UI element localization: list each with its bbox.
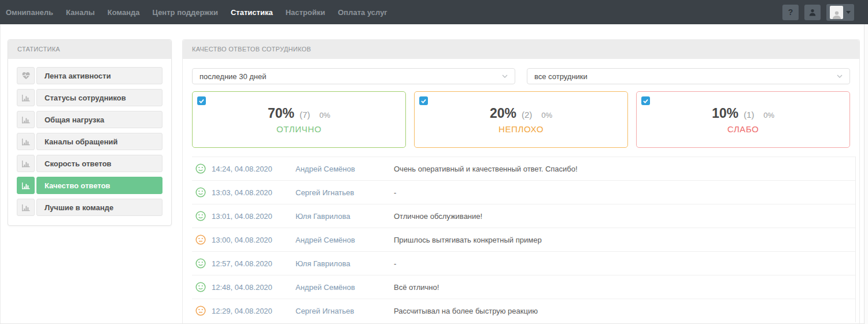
- feedback-comment: Пришлось вытягивать конкретный пример: [394, 236, 542, 244]
- stat-checkbox[interactable]: [197, 96, 206, 105]
- stat-label: ОТЛИЧНО: [276, 124, 322, 134]
- page-title: КАЧЕСТВО ОТВЕТОВ СОТРУДНИКОВ: [183, 40, 859, 59]
- window-left-edge: [0, 24, 1, 324]
- feedback-list: 14:24, 04.08.2020 Андрей Семёнов Очень о…: [192, 157, 856, 322]
- sidebar-item-label: Лента активности: [36, 67, 162, 84]
- avatar: [830, 6, 843, 19]
- bar-chart-icon: [17, 89, 35, 106]
- stat-values: 10% (1) 0%: [712, 106, 774, 121]
- stat-checkbox[interactable]: [419, 96, 428, 105]
- stat-card-weak: 10% (1) 0% СЛАБО: [636, 91, 850, 148]
- sidebar-item-label: Каналы обращений: [36, 133, 162, 150]
- sidebar-item-activity-feed[interactable]: Лента активности: [17, 67, 162, 84]
- stat-label: СЛАБО: [727, 124, 759, 134]
- feedback-employee-link[interactable]: Юля Гаврилова: [296, 212, 394, 221]
- feedback-row: 12:29, 04.08.2020 Сергей Игнатьев Рассчи…: [192, 299, 855, 322]
- profile-button[interactable]: [804, 5, 821, 20]
- filters-row: последние 30 дней все сотрудники: [192, 68, 850, 84]
- smiley-neutral-icon: [195, 234, 206, 245]
- feedback-row: 12:57, 04.08.2020 Юля Гаврилова -: [192, 251, 855, 275]
- employees-select-value: все сотрудники: [534, 72, 588, 81]
- help-button[interactable]: ?: [782, 5, 799, 20]
- bar-chart-icon: [17, 111, 35, 128]
- bar-chart-icon: [17, 133, 35, 150]
- stat-checkbox[interactable]: [641, 96, 650, 105]
- bar-chart-icon: [17, 155, 35, 172]
- stat-values: 70% (7) 0%: [268, 106, 330, 121]
- feedback-time: 12:48, 04.08.2020: [212, 283, 296, 292]
- sidebar-item-label: Лучшие в команде: [36, 199, 162, 216]
- nav-item-statistics[interactable]: Статистика: [231, 8, 273, 17]
- nav-actions: ?: [782, 4, 860, 21]
- sidebar-title: СТАТИСТИКА: [8, 40, 171, 59]
- feedback-employee-link[interactable]: Сергей Игнатьев: [296, 188, 394, 197]
- feedback-time: 13:01, 04.08.2020: [212, 212, 296, 221]
- chevron-down-icon: [846, 11, 851, 14]
- feedback-comment: -: [394, 188, 396, 197]
- account-menu-button[interactable]: [826, 4, 854, 21]
- nav-item-payment[interactable]: Оплата услуг: [338, 8, 387, 17]
- stat-count: (2): [522, 110, 532, 120]
- smiley-good-icon: [195, 163, 206, 174]
- feedback-employee-link[interactable]: Сергей Игнатьев: [296, 307, 394, 315]
- sidebar-item-employee-statuses[interactable]: Статусы сотрудников: [17, 89, 162, 106]
- feedback-employee-link[interactable]: Андрей Семёнов: [296, 165, 394, 173]
- sidebar-item-response-speed[interactable]: Скорость ответов: [17, 155, 162, 172]
- stat-percent: 70%: [268, 106, 294, 121]
- person-icon: [809, 9, 816, 16]
- feedback-row: 13:00, 04.08.2020 Андрей Семёнов Пришлос…: [192, 228, 855, 251]
- chevron-down-icon: [502, 75, 508, 78]
- feedback-time: 12:29, 04.08.2020: [212, 307, 296, 315]
- smiley-good-icon: [195, 187, 206, 198]
- feedback-row: 14:24, 04.08.2020 Андрей Семёнов Очень о…: [192, 157, 855, 180]
- main-panel: КАЧЕСТВО ОТВЕТОВ СОТРУДНИКОВ последние 3…: [182, 39, 860, 324]
- feedback-comment: -: [394, 259, 396, 268]
- stat-percent: 20%: [490, 106, 516, 121]
- feedback-row: 12:48, 04.08.2020 Андрей Семёнов Всё отл…: [192, 275, 855, 299]
- stat-share: 0%: [319, 111, 330, 120]
- feedback-time: 13:00, 04.08.2020: [212, 236, 296, 244]
- feedback-comment: Всё отлично!: [394, 283, 439, 292]
- chevron-down-icon: [837, 75, 843, 78]
- nav-item-team[interactable]: Команда: [108, 8, 140, 17]
- sidebar-item-label: Общая нагрузка: [36, 111, 162, 128]
- stat-share: 0%: [541, 111, 552, 120]
- feedback-time: 13:03, 04.08.2020: [212, 188, 296, 197]
- stat-card-not-bad: 20% (2) 0% НЕПЛОХО: [414, 91, 628, 148]
- period-select[interactable]: последние 30 дней: [192, 68, 515, 84]
- employees-select[interactable]: все сотрудники: [527, 68, 850, 84]
- period-select-value: последние 30 дней: [200, 72, 267, 81]
- feedback-comment: Очень оперативный и качественный ответ. …: [394, 165, 578, 173]
- nav-item-support-center[interactable]: Центр поддержки: [152, 8, 218, 17]
- feedback-row: 13:03, 04.08.2020 Сергей Игнатьев -: [192, 180, 855, 204]
- sidebar-item-label: Скорость ответов: [36, 155, 162, 172]
- smiley-good-icon: [195, 258, 206, 269]
- nav-item-omnipanel[interactable]: Омнипанель: [6, 8, 53, 17]
- nav-item-channels[interactable]: Каналы: [66, 8, 95, 17]
- feedback-time: 14:24, 04.08.2020: [212, 165, 296, 173]
- sidebar-item-request-channels[interactable]: Каналы обращений: [17, 133, 162, 150]
- feedback-employee-link[interactable]: Андрей Семёнов: [296, 283, 394, 292]
- top-nav: Омнипанель Каналы Команда Центр поддержк…: [0, 0, 868, 24]
- sidebar-item-label: Статусы сотрудников: [36, 89, 162, 106]
- scrollbar-track[interactable]: [864, 24, 868, 324]
- sidebar-list: Лента активности Статусы сотрудников Общ…: [8, 59, 171, 225]
- feedback-comment: Отличное обслуживание!: [394, 212, 482, 221]
- sidebar-item-response-quality[interactable]: Качество ответов: [17, 177, 162, 194]
- sidebar-item-team-best[interactable]: Лучшие в команде: [17, 199, 162, 216]
- bar-chart-icon: [17, 177, 35, 194]
- stat-count: (7): [300, 110, 310, 120]
- heart-pulse-icon: [17, 67, 35, 84]
- nav-item-settings[interactable]: Настройки: [286, 8, 326, 17]
- main-content: последние 30 дней все сотрудники 70%: [183, 59, 859, 322]
- nav-menu: Омнипанель Каналы Команда Центр поддержк…: [6, 8, 387, 17]
- feedback-employee-link[interactable]: Юля Гаврилова: [296, 259, 394, 268]
- sidebar-item-label: Качество ответов: [36, 177, 162, 194]
- stat-card-excellent: 70% (7) 0% ОТЛИЧНО: [192, 91, 406, 148]
- statistics-sidebar: СТАТИСТИКА Лента активности Статусы сотр…: [8, 39, 172, 226]
- sidebar-item-overall-load[interactable]: Общая нагрузка: [17, 111, 162, 128]
- feedback-employee-link[interactable]: Андрей Семёнов: [296, 236, 394, 244]
- stat-values: 20% (2) 0%: [490, 106, 552, 121]
- stat-label: НЕПЛОХО: [498, 124, 544, 134]
- stat-percent: 10%: [712, 106, 738, 121]
